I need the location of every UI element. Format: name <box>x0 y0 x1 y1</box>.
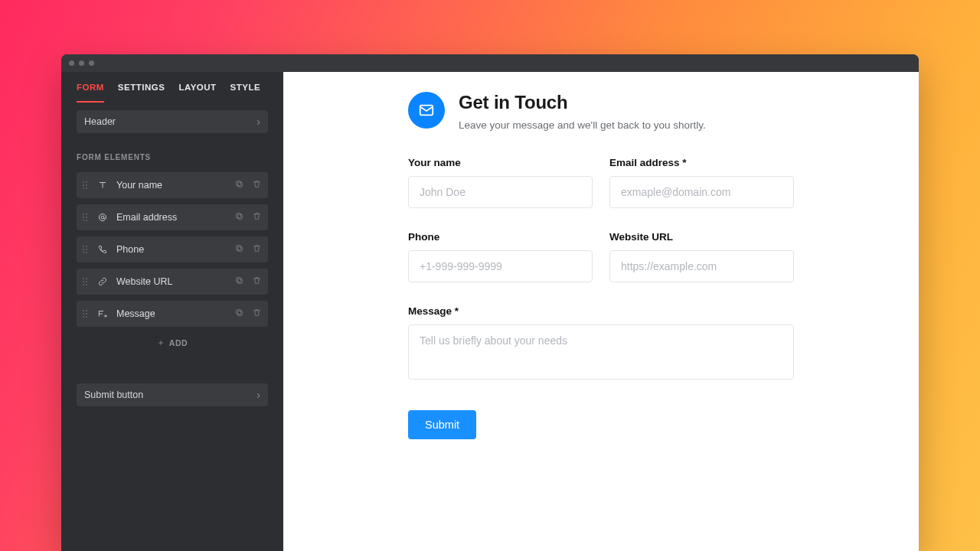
sidebar-submit-label: Submit button <box>84 390 143 400</box>
element-row-name[interactable]: Your name <box>77 172 268 198</box>
element-list: Your name Email address <box>77 172 268 353</box>
submit-button[interactable]: Submit <box>408 410 476 439</box>
svg-rect-3 <box>237 214 242 219</box>
svg-rect-0 <box>237 182 242 187</box>
element-label: Website URL <box>116 276 172 287</box>
drag-handle-icon[interactable] <box>83 246 89 253</box>
text-icon <box>96 179 109 191</box>
drag-handle-icon[interactable] <box>83 310 89 318</box>
label-email: Email address * <box>609 157 794 168</box>
sidebar-header-label: Header <box>84 116 116 127</box>
field-url: Website URL <box>609 231 794 282</box>
duplicate-icon[interactable] <box>234 276 244 288</box>
tab-form[interactable]: FORM <box>77 83 104 103</box>
field-message: Message * <box>408 305 794 383</box>
window-titlebar <box>61 54 919 72</box>
trash-icon[interactable] <box>252 211 262 223</box>
form-title: Get in Touch <box>459 92 706 113</box>
input-email[interactable] <box>609 176 794 208</box>
form-preview: Get in Touch Leave your message and we'l… <box>283 72 919 551</box>
element-label: Message <box>116 308 155 319</box>
drag-handle-icon[interactable] <box>83 278 89 285</box>
svg-point-2 <box>101 216 104 219</box>
field-email: Email address * <box>609 157 794 208</box>
element-row-url[interactable]: Website URL <box>77 269 268 295</box>
svg-rect-6 <box>237 246 241 250</box>
trash-icon[interactable] <box>252 179 262 191</box>
trash-icon[interactable] <box>252 308 262 320</box>
app-window: FORM SETTINGS LAYOUT STYLE Header › FORM… <box>61 54 919 551</box>
window-dot <box>79 60 84 66</box>
field-name: Your name <box>408 157 593 208</box>
phone-icon <box>96 243 109 256</box>
chevron-right-icon: › <box>256 116 260 127</box>
element-label: Email address <box>116 212 177 223</box>
tab-style[interactable]: STYLE <box>230 83 261 103</box>
duplicate-icon[interactable] <box>234 179 244 191</box>
element-label: Phone <box>116 244 144 255</box>
svg-rect-8 <box>237 278 241 282</box>
svg-rect-9 <box>237 311 242 315</box>
sidebar: FORM SETTINGS LAYOUT STYLE Header › FORM… <box>61 72 283 551</box>
drag-handle-icon[interactable] <box>83 214 89 221</box>
element-label: Your name <box>116 180 162 191</box>
trash-icon[interactable] <box>252 243 262 256</box>
element-row-phone[interactable]: Phone <box>77 236 268 262</box>
svg-rect-7 <box>237 279 242 283</box>
duplicate-icon[interactable] <box>234 243 244 256</box>
duplicate-icon[interactable] <box>234 308 244 320</box>
sidebar-submit-item[interactable]: Submit button › <box>77 383 268 406</box>
mail-icon <box>408 92 445 129</box>
svg-rect-10 <box>237 310 241 315</box>
form-elements-heading: FORM ELEMENTS <box>77 153 268 161</box>
input-url[interactable] <box>609 250 794 282</box>
sidebar-header-item[interactable]: Header › <box>77 110 268 133</box>
window-dot <box>69 60 74 66</box>
label-phone: Phone <box>408 231 593 243</box>
label-message: Message * <box>408 305 794 317</box>
trash-icon[interactable] <box>252 276 262 288</box>
label-url: Website URL <box>609 231 794 243</box>
add-element-button[interactable]: ADD <box>77 333 268 353</box>
tab-settings[interactable]: SETTINGS <box>118 83 165 103</box>
drag-handle-icon[interactable] <box>83 181 89 189</box>
field-phone: Phone <box>408 231 593 282</box>
svg-rect-5 <box>237 246 242 251</box>
window-dot <box>89 60 94 66</box>
tab-layout[interactable]: LAYOUT <box>178 83 216 103</box>
sidebar-tabs: FORM SETTINGS LAYOUT STYLE <box>61 72 283 103</box>
duplicate-icon[interactable] <box>234 211 244 223</box>
chevron-right-icon: › <box>256 390 260 400</box>
svg-rect-1 <box>237 181 241 186</box>
at-icon <box>96 211 109 223</box>
plus-icon <box>157 339 165 347</box>
input-message[interactable] <box>408 324 794 380</box>
element-row-email[interactable]: Email address <box>77 204 268 230</box>
label-name: Your name <box>408 157 593 168</box>
textarea-icon <box>96 308 109 320</box>
add-element-label: ADD <box>169 338 188 347</box>
input-phone[interactable] <box>408 250 593 282</box>
element-row-message[interactable]: Message <box>77 301 268 327</box>
input-name[interactable] <box>408 176 593 208</box>
svg-rect-4 <box>237 214 241 218</box>
form-subtitle: Leave your message and we'll get back to… <box>459 119 706 131</box>
link-icon <box>96 276 109 288</box>
form-header: Get in Touch Leave your message and we'l… <box>408 92 794 131</box>
